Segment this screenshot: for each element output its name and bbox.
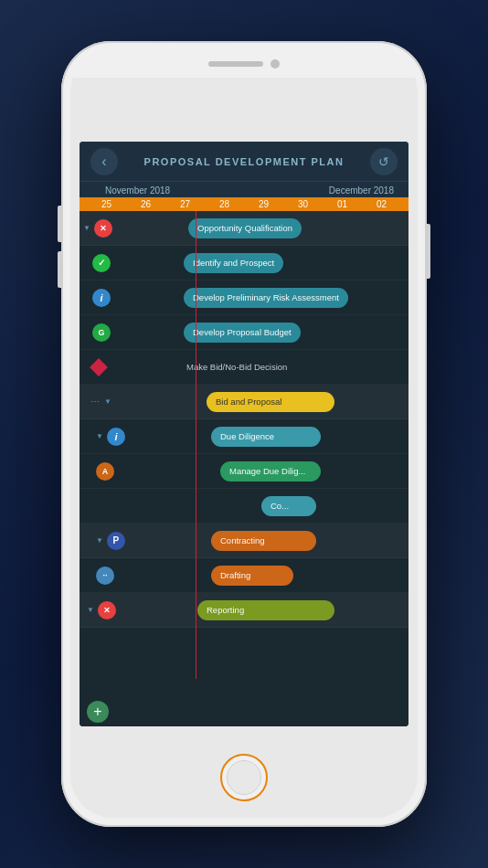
day-28: 28: [205, 199, 244, 209]
row-right-manage: Manage Due Dilig...: [179, 454, 405, 488]
add-icon: +: [93, 704, 101, 719]
row-right-budget: Develop Proposal Budget: [179, 315, 405, 349]
collapse-arrow-opp[interactable]: ▼: [83, 224, 90, 232]
month-november: November 2018: [105, 185, 170, 196]
task-bar-risk[interactable]: Develop Preliminary Risk Assessment: [184, 288, 348, 308]
row-right-risk: Develop Preliminary Risk Assessment: [179, 281, 405, 314]
task-label-due: Due Diligence: [220, 431, 274, 441]
task-bar-opp-qual[interactable]: Opportunity Qualification: [188, 218, 302, 238]
task-icon-drafting: ··: [96, 566, 114, 585]
task-label-bidbid: Make Bid/No-Bid Decision: [186, 362, 287, 372]
table-row[interactable]: A Manage Due Dilig...: [80, 454, 408, 489]
task-bar-drafting[interactable]: Drafting: [211, 566, 293, 586]
task-label-bid: Bid and Proposal: [216, 397, 281, 407]
row-left-contracting: ▼ P: [83, 532, 179, 550]
collapse-bid[interactable]: ▼: [104, 397, 111, 406]
task-label-opp-qual: Opportunity Qualification: [197, 223, 292, 233]
table-row[interactable]: G Develop Proposal Budget: [80, 315, 408, 350]
row-right-opp-qual: Opportunity Qualification: [179, 211, 405, 245]
collapse-contracting[interactable]: ▼: [96, 536, 103, 545]
task-bar-budget[interactable]: Develop Proposal Budget: [184, 323, 301, 343]
table-row[interactable]: Make Bid/No-Bid Decision: [80, 350, 408, 385]
day-25: 25: [87, 199, 126, 209]
table-row[interactable]: ▼ i Due Diligence: [80, 419, 408, 454]
task-icon-opp-qual: ✕: [94, 219, 112, 238]
task-bar-due[interactable]: Due Diligence: [211, 427, 321, 447]
month-december: December 2018: [329, 185, 394, 196]
phone-camera: [271, 59, 280, 69]
row-right-bidbid: Make Bid/No-Bid Decision: [179, 350, 405, 384]
row-left-risk: i: [83, 289, 179, 307]
table-row[interactable]: ⋯ ▼ Bid and Proposal: [80, 385, 408, 419]
side-power-button[interactable]: [427, 224, 430, 279]
add-task-button[interactable]: +: [87, 701, 109, 723]
phone-speaker: [208, 61, 263, 67]
task-label-contracting: Contracting: [220, 535, 265, 545]
task-label-co: Co...: [271, 501, 289, 511]
table-row[interactable]: Co...: [80, 489, 408, 524]
row-right-reporting: Reporting: [179, 593, 405, 627]
gantt-body: ▼ ✕ Opportunity Qualification ✓: [80, 211, 408, 679]
task-icon-reporting: ✕: [98, 601, 116, 619]
refresh-button[interactable]: ↺: [370, 148, 398, 175]
row-right-identify: Identify and Prospect: [179, 246, 405, 280]
row-left-bid: ⋯ ▼: [83, 397, 179, 407]
row-left-manage: A: [83, 462, 179, 481]
phone-inner: ‹ PROPOSAL DEVELOPMENT PLAN ↺ November 2…: [70, 50, 418, 818]
app-screen: ‹ PROPOSAL DEVELOPMENT PLAN ↺ November 2…: [80, 142, 408, 726]
task-bar-co[interactable]: Co...: [261, 496, 316, 516]
day-01: 01: [323, 199, 362, 209]
app-header: ‹ PROPOSAL DEVELOPMENT PLAN ↺: [80, 142, 408, 182]
table-row[interactable]: ·· Drafting: [80, 558, 408, 593]
home-button[interactable]: [220, 754, 268, 801]
home-button-inner: [227, 760, 261, 795]
row-left-opp-qual: ▼ ✕: [83, 219, 179, 238]
task-bar-contracting[interactable]: Contracting: [211, 531, 316, 551]
row-right-drafting: Drafting: [179, 558, 405, 592]
task-icon-manage: A: [96, 462, 114, 481]
app-title: PROPOSAL DEVELOPMENT PLAN: [118, 156, 370, 167]
table-row[interactable]: ▼ P Contracting: [80, 524, 408, 558]
day-02: 02: [362, 199, 401, 209]
phone-top-notch: [70, 50, 418, 78]
refresh-icon: ↺: [378, 154, 389, 169]
collapse-due[interactable]: ▼: [96, 432, 103, 440]
collapse-reporting[interactable]: ▼: [87, 606, 94, 614]
back-icon: ‹: [101, 153, 106, 170]
row-left-due: ▼ i: [83, 428, 179, 446]
row-left-bidbid: [83, 361, 179, 374]
back-button[interactable]: ‹: [90, 148, 118, 175]
table-row[interactable]: ▼ ✕ Reporting: [80, 593, 408, 628]
task-icon-budget: G: [92, 323, 111, 342]
day-26: 26: [126, 199, 165, 209]
task-label-budget: Develop Proposal Budget: [193, 327, 292, 337]
connect-icon-bid: ⋯: [90, 397, 100, 407]
month-row: November 2018 December 2018: [80, 185, 408, 196]
row-left-reporting: ▼ ✕: [83, 601, 179, 619]
bottom-bar: +: [80, 697, 408, 726]
row-right-contracting: Contracting: [179, 524, 405, 557]
day-29: 29: [244, 199, 283, 209]
phone-frame: ‹ PROPOSAL DEVELOPMENT PLAN ↺ November 2…: [61, 41, 427, 827]
task-bar-identify[interactable]: Identify and Prospect: [184, 253, 283, 273]
side-volume-down[interactable]: [58, 251, 61, 288]
task-bar-reporting[interactable]: Reporting: [197, 600, 334, 620]
task-label-reporting: Reporting: [207, 605, 244, 615]
task-label-risk: Develop Preliminary Risk Assessment: [193, 292, 339, 302]
row-left-drafting: ··: [83, 566, 179, 585]
task-label-identify: Identify and Prospect: [193, 258, 274, 268]
table-row[interactable]: ▼ ✕ Opportunity Qualification: [80, 211, 408, 246]
task-icon-identify: ✓: [92, 254, 111, 272]
task-label-manage: Manage Due Dilig...: [229, 466, 305, 476]
task-bar-bid[interactable]: Bid and Proposal: [207, 392, 334, 412]
side-volume-up[interactable]: [58, 206, 61, 242]
task-icon-due: i: [107, 428, 125, 446]
table-row[interactable]: ✓ Identify and Prospect: [80, 246, 408, 281]
row-right-co: Co...: [179, 489, 405, 523]
table-row[interactable]: i Develop Preliminary Risk Assessment: [80, 281, 408, 315]
day-27: 27: [165, 199, 205, 209]
task-icon-contracting: P: [107, 532, 125, 550]
task-icon-risk: i: [92, 289, 111, 307]
task-bar-manage[interactable]: Manage Due Dilig...: [220, 461, 321, 482]
row-left-budget: G: [83, 323, 179, 342]
